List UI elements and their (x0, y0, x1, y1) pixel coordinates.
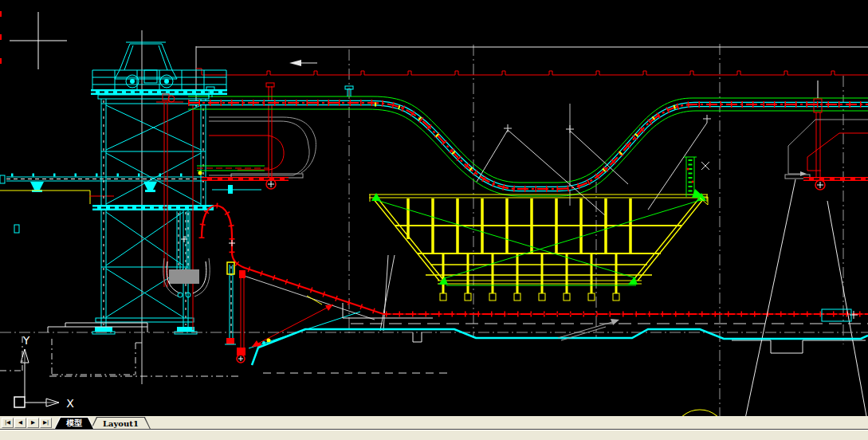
edge-marks (1, 11, 19, 233)
ladder (684, 157, 705, 198)
tab-layout1-label: Layout1 (103, 419, 139, 428)
tab-model[interactable]: 模型 (54, 417, 94, 429)
previous-layout-button[interactable]: ◀ (14, 418, 26, 428)
first-layout-button[interactable]: |◀ (2, 418, 14, 428)
ucs-icon: Y X (14, 334, 74, 410)
ship-deck-profile (252, 329, 868, 365)
layout-tabs: 模型 Layout1 (57, 416, 151, 429)
cad-window: Y X |◀ ◀ ▶ ▶| 模型 Layout1 (0, 0, 868, 440)
top-rail (196, 69, 868, 75)
tab-model-label: 模型 (66, 418, 82, 429)
boom-conveyor (188, 81, 868, 196)
drawing-viewport: Y X (0, 0, 868, 416)
horizontal-scrollbar[interactable] (0, 429, 868, 440)
tab-layout1[interactable]: Layout1 (91, 417, 151, 429)
left-trolley (197, 83, 303, 194)
next-layout-button[interactable]: ▶ (27, 418, 39, 428)
hopper (369, 193, 708, 301)
support-struts (249, 296, 360, 348)
hanging-pipes (225, 262, 245, 363)
chute-housing (209, 117, 316, 175)
last-layout-button[interactable]: ▶| (40, 418, 52, 428)
drawing-canvas[interactable]: Y X (0, 0, 868, 416)
layout-tab-bar: |◀ ◀ ▶ ▶| 模型 Layout1 (0, 416, 868, 429)
ucs-x-label: X (66, 397, 74, 410)
yellow-arc (674, 410, 726, 416)
right-trolley (745, 120, 868, 416)
ucs-y-label: Y (22, 334, 30, 347)
grid-lines (142, 30, 868, 416)
crosshair-cursor (10, 12, 67, 69)
red-pipeline (202, 206, 868, 320)
tower-structure (91, 42, 227, 334)
